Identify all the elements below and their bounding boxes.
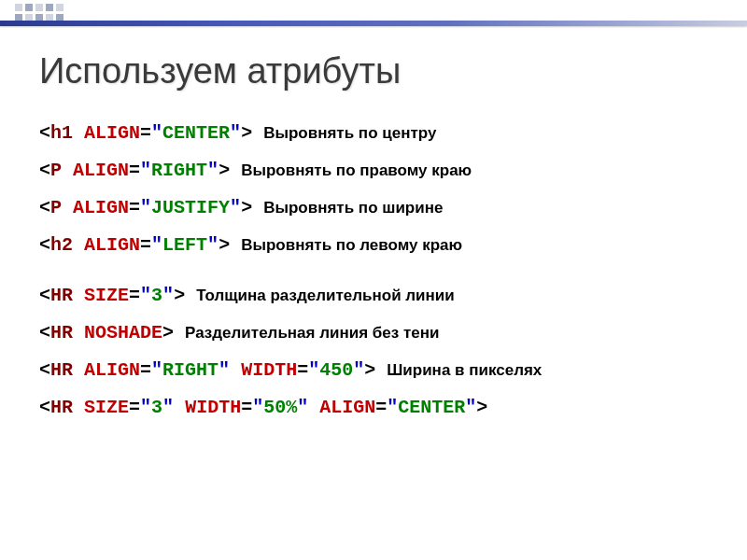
decoration-squares [15,4,63,21]
blank-line [39,271,708,284]
code-line: <P ALIGN="JUSTIFY"> Выровнять по ширине [39,196,708,220]
code-line: <HR ALIGN="RIGHT" WIDTH="450"> Ширина в … [39,358,708,383]
code-line: <h1 ALIGN="CENTER"> Выровнять по центру [39,121,708,146]
code-line: <HR SIZE="3"> Толщина разделительной лин… [39,284,708,308]
slide-title: Используем атрибуты [39,51,708,91]
code-line: <HR NOSHADE> Разделительная линия без те… [39,321,708,345]
code-line: <HR SIZE="3" WIDTH="50%" ALIGN="CENTER"> [39,396,708,420]
decoration-bar [0,21,747,26]
slide-content: Используем атрибуты <h1 ALIGN="CENTER"> … [0,0,747,452]
code-line: <h2 ALIGN="LEFT"> Выровнять по левому кр… [39,233,708,258]
code-line: <P ALIGN="RIGHT"> Выровнять по правому к… [39,159,708,183]
slide-top-decoration [0,0,747,28]
code-examples: <h1 ALIGN="CENTER"> Выровнять по центру<… [39,121,708,420]
